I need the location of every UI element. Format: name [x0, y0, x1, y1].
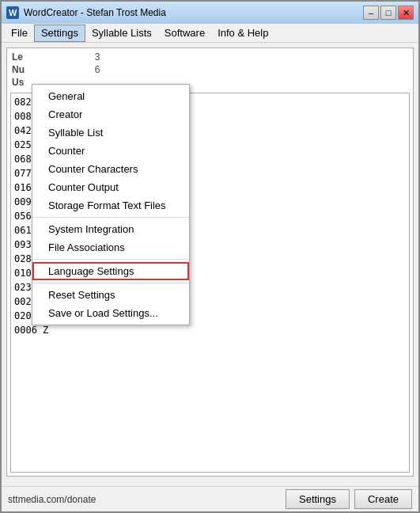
menu-item-counter-characters[interactable]: Counter Characters	[32, 160, 189, 178]
separator-3	[32, 283, 189, 283]
menu-software[interactable]: Software	[158, 25, 211, 42]
minimize-button[interactable]: –	[363, 6, 379, 20]
value-nu: 6	[95, 64, 161, 75]
app-icon: W	[6, 6, 19, 19]
label-le: Le	[12, 51, 85, 63]
main-area: General Creator Syllable List Counter Co…	[2, 43, 418, 486]
menu-item-storage-format[interactable]: Storage Format Text Files	[32, 196, 189, 215]
menu-item-file-associations[interactable]: File Associations	[32, 238, 189, 256]
menu-item-counter-output[interactable]: Counter Output	[32, 178, 189, 196]
window-controls: – □ ✕	[363, 6, 414, 20]
menu-info-help[interactable]: Info & Help	[211, 25, 274, 42]
status-bar: sttmedia.com/donate Settings Create	[2, 486, 418, 511]
menu-item-language-settings[interactable]: Language Settings	[32, 262, 189, 280]
menu-file[interactable]: File	[5, 25, 34, 42]
main-window: W WordCreator - Stefan Trost Media – □ ✕…	[0, 0, 420, 513]
menu-item-creator[interactable]: Creator	[32, 105, 189, 124]
status-url: sttmedia.com/donate	[8, 494, 96, 505]
menu-item-reset-settings[interactable]: Reset Settings	[32, 286, 189, 304]
window-title: WordCreator - Stefan Trost Media	[24, 7, 358, 18]
separator-1	[32, 217, 189, 218]
label-nu: Nu	[12, 64, 85, 75]
menu-settings[interactable]: Settings	[34, 25, 85, 42]
settings-dropdown: General Creator Syllable List Counter Co…	[32, 84, 190, 325]
maximize-button[interactable]: □	[380, 6, 396, 20]
create-button[interactable]: Create	[354, 489, 412, 509]
menu-item-syllable-list[interactable]: Syllable List	[32, 124, 189, 142]
settings-button[interactable]: Settings	[286, 489, 350, 509]
menu-syllable-lists[interactable]: Syllable Lists	[85, 25, 158, 42]
title-bar: W WordCreator - Stefan Trost Media – □ ✕	[2, 2, 418, 24]
value-le: 3	[95, 51, 161, 63]
separator-2	[32, 259, 189, 260]
close-button[interactable]: ✕	[398, 6, 414, 20]
status-buttons: Settings Create	[286, 489, 412, 509]
dropdown-menu: General Creator Syllable List Counter Co…	[32, 84, 190, 325]
menu-item-save-load-settings[interactable]: Save or Load Settings...	[32, 304, 189, 322]
menu-item-system-integration[interactable]: System Integration	[32, 220, 189, 238]
svg-text:W: W	[9, 8, 17, 17]
menu-item-general[interactable]: General	[32, 87, 189, 105]
menu-bar: File Settings Syllable Lists Software In…	[2, 24, 418, 43]
menu-item-counter[interactable]: Counter	[32, 142, 189, 160]
